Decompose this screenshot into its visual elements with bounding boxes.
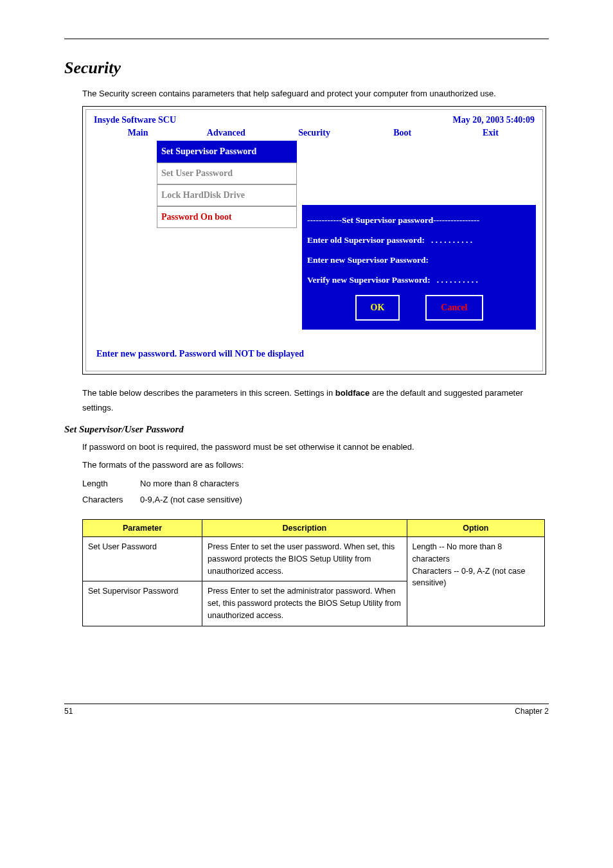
bios-menubar: Main Advanced Security Boot Exit — [90, 127, 538, 139]
dialog-header: ------------Set Supervisor password-----… — [307, 210, 531, 230]
cell-option: Length -- No more than 8 characters Char… — [407, 537, 544, 626]
menu-main[interactable]: Main — [94, 128, 182, 138]
dialog-old-label: Enter old Supervisor password: — [307, 235, 425, 245]
heading-security: Security — [64, 58, 549, 78]
bios-title-right: May 20, 2003 5:40:09 — [452, 115, 535, 125]
kv-length: LengthNo more than 8 characters — [82, 476, 549, 492]
bios-help-line: Enter new password. Password will NOT be… — [90, 330, 538, 363]
button-ok[interactable]: OK — [355, 295, 400, 321]
cell-desc-1: Press Enter to set the user password. Wh… — [202, 537, 407, 581]
bios-panel: Insyde Software SCU May 20, 2003 5:40:09… — [82, 106, 546, 375]
intro-text: The Security screen contains parameters … — [82, 87, 549, 101]
button-cancel[interactable]: Cancel — [425, 295, 483, 321]
top-rule — [64, 39, 549, 39]
item-password-on-boot[interactable]: Password On boot — [157, 206, 297, 228]
item-lock-harddisk-drive[interactable]: Lock HardDisk Drive — [157, 184, 297, 206]
heading-set-supervisor-user-password: Set Supervisor/User Password — [64, 424, 549, 435]
cell-param-2: Set Supervisor Password — [83, 581, 202, 626]
bios-title-left: Insyde Software SCU — [94, 115, 176, 125]
kv-characters: Characters0-9,A-Z (not case sensitive) — [82, 492, 549, 508]
page-number: 51 — [64, 707, 73, 716]
th-option: Option — [407, 520, 544, 537]
menu-exit[interactable]: Exit — [447, 128, 535, 138]
dialog-verify-value[interactable]: . . . . . . . . . . — [437, 275, 478, 285]
item-set-supervisor-password[interactable]: Set Supervisor Password — [157, 141, 297, 163]
menu-security[interactable]: Security — [270, 128, 358, 138]
th-parameter: Parameter — [83, 520, 202, 537]
parameter-table: Parameter Description Option Set User Pa… — [82, 519, 545, 626]
menu-advanced[interactable]: Advanced — [182, 128, 270, 138]
after-bios-text: The table below describes the parameters… — [82, 386, 549, 414]
dialog-new-label: Enter new Supervisor Password: — [307, 250, 531, 270]
cell-param-1: Set User Password — [83, 537, 202, 581]
dialog-set-supervisor-password: ------------Set Supervisor password-----… — [302, 205, 536, 330]
table-row: Set User Password Press Enter to set the… — [83, 537, 545, 581]
sub-p1: If password on boot is required, the pas… — [82, 440, 549, 454]
chapter-label: Chapter 2 — [515, 707, 549, 716]
dialog-old-value[interactable]: . . . . . . . . . . — [431, 235, 472, 245]
sub-p2: The formats of the password are as follo… — [82, 458, 549, 472]
menu-boot[interactable]: Boot — [359, 128, 447, 138]
dialog-verify-label: Verify new Supervisor Password: — [307, 275, 431, 285]
item-set-user-password[interactable]: Set User Password — [157, 163, 297, 184]
cell-desc-2: Press Enter to set the administrator pas… — [202, 581, 407, 626]
th-description: Description — [202, 520, 407, 537]
